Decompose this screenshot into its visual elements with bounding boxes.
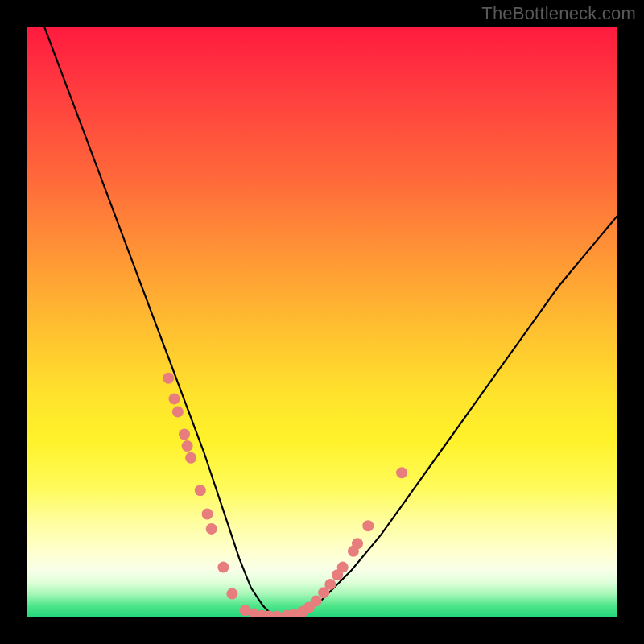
chart-svg [27, 27, 617, 617]
curve-marker [271, 611, 283, 618]
curve-marker [172, 407, 184, 418]
curve-marker [217, 562, 229, 573]
plot-area [27, 27, 617, 617]
bottleneck-curve [44, 27, 617, 617]
curve-marker [311, 595, 322, 606]
curve-marker [202, 509, 213, 520]
curve-marker [396, 467, 407, 478]
curve-marker [182, 440, 193, 452]
curve-marker [179, 429, 190, 440]
curve-marker [324, 579, 336, 590]
curve-marker [362, 520, 374, 531]
curve-marker [195, 485, 206, 496]
curve-marker [352, 538, 363, 549]
watermark-text: TheBottleneck.com [481, 3, 636, 24]
curve-marker [163, 373, 174, 384]
marker-layer [163, 373, 407, 617]
outer-frame: TheBottleneck.com [0, 0, 644, 644]
curve-marker [169, 393, 180, 404]
curve-marker [185, 452, 196, 464]
curve-marker [206, 523, 217, 535]
curve-marker [337, 562, 349, 573]
curve-marker [226, 588, 237, 600]
